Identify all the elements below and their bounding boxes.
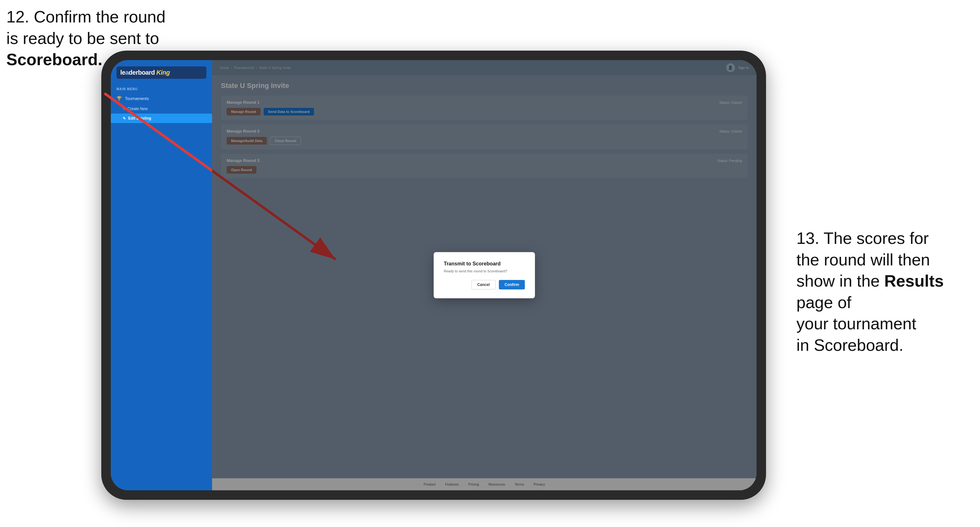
modal-box: Transmit to Scoreboard Ready to send thi… bbox=[434, 252, 535, 298]
modal-overlay: Transmit to Scoreboard Ready to send thi… bbox=[212, 60, 757, 490]
trophy-icon: 🏆 bbox=[116, 96, 122, 101]
modal-title: Transmit to Scoreboard bbox=[444, 261, 525, 267]
annotation-bold: Scoreboard. bbox=[6, 50, 102, 69]
modal-actions: Cancel Confirm bbox=[444, 280, 525, 289]
annotation-right-line6: in Scoreboard. bbox=[796, 336, 904, 354]
sidebar-subitem-create-new-label: Create New bbox=[127, 106, 148, 111]
app-container: leaderboard King MAIN MENU 🏆 Tournaments… bbox=[111, 60, 757, 490]
tablet-screen: leaderboard King MAIN MENU 🏆 Tournaments… bbox=[111, 60, 757, 490]
sidebar-subitem-edit-existing[interactable]: ✎ Edit Existing bbox=[111, 114, 212, 123]
sidebar-subitem-create-new[interactable]: + Create New bbox=[111, 104, 212, 114]
modal-confirm-button[interactable]: Confirm bbox=[499, 280, 525, 289]
annotation-right: 13. The scores for the round will then s… bbox=[796, 228, 974, 356]
edit-icon: ✎ bbox=[123, 116, 126, 121]
annotation-right-line3: show in the bbox=[796, 272, 880, 290]
modal-subtitle: Ready to send this round to Scoreboard? bbox=[444, 269, 525, 273]
main-content: Home › Tournaments › State U Spring Invi… bbox=[212, 60, 757, 490]
sidebar-item-tournaments[interactable]: 🏆 Tournaments bbox=[111, 93, 212, 104]
plus-icon: + bbox=[123, 106, 125, 111]
annotation-right-bold: Results bbox=[885, 272, 944, 290]
annotation-right-line4: page of bbox=[796, 293, 851, 311]
modal-cancel-button[interactable]: Cancel bbox=[471, 280, 496, 289]
annotation-line1: 12. Confirm the round bbox=[6, 8, 165, 26]
sidebar: leaderboard King MAIN MENU 🏆 Tournaments… bbox=[111, 60, 212, 490]
sidebar-item-tournaments-label: Tournaments bbox=[125, 96, 149, 101]
annotation-right-line2: the round will then bbox=[796, 251, 930, 269]
annotation-right-line5: your tournament bbox=[796, 314, 916, 333]
tablet-device: leaderboard King MAIN MENU 🏆 Tournaments… bbox=[101, 51, 766, 500]
annotation-top-left: 12. Confirm the round is ready to be sen… bbox=[6, 6, 165, 71]
annotation-line2: is ready to be sent to bbox=[6, 29, 159, 48]
sidebar-menu-label: MAIN MENU bbox=[111, 84, 212, 93]
annotation-right-line1: 13. The scores for bbox=[796, 229, 929, 248]
sidebar-subitem-edit-existing-label: Edit Existing bbox=[128, 116, 151, 121]
